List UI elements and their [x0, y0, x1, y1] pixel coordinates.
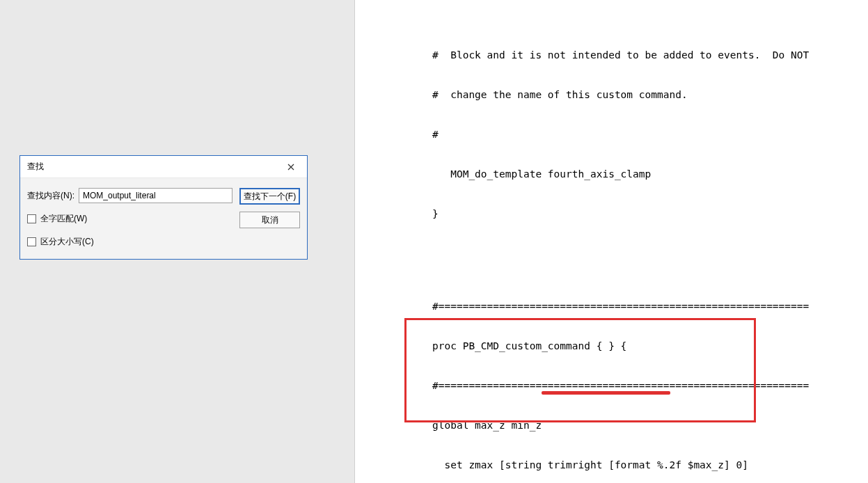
find-input[interactable]: [79, 188, 232, 203]
whole-word-checkbox-row[interactable]: 全字匹配(W): [27, 213, 232, 225]
find-dialog-body: 查找内容(N): 全字匹配(W) 区分大小写(C) 查找下一个(F) 取消: [20, 178, 307, 259]
find-dialog-title: 查找: [27, 161, 44, 173]
code-editor[interactable]: # Block and it is not intended to be add…: [356, 0, 868, 483]
find-content-label: 查找内容(N):: [27, 190, 74, 202]
match-case-checkbox-row[interactable]: 区分大小写(C): [27, 236, 232, 248]
code-line: # change the name of this custom command…: [432, 88, 861, 102]
code-line: set zmax [string trimright [format %.2f …: [432, 459, 861, 472]
close-icon: [287, 161, 294, 173]
code-line: # Block and it is not intended to be add…: [432, 49, 861, 62]
whole-word-label: 全字匹配(W): [40, 213, 87, 225]
match-case-label: 区分大小写(C): [40, 236, 94, 248]
code-content: # Block and it is not intended to be add…: [432, 22, 861, 483]
cancel-button[interactable]: 取消: [239, 212, 300, 228]
code-line: MOM_do_template fourth_axis_clamp: [432, 168, 861, 181]
code-line: proc PB_CMD_custom_command { } {: [432, 340, 861, 353]
close-button[interactable]: [275, 157, 307, 177]
find-dialog-titlebar[interactable]: 查找: [20, 156, 307, 178]
code-line: #=======================================…: [432, 300, 861, 313]
checkbox-icon: [27, 214, 36, 223]
checkbox-icon: [27, 237, 36, 246]
find-dialog: 查找 查找内容(N): 全字匹配(W): [19, 155, 308, 260]
code-line: }: [432, 207, 861, 221]
code-line: global max_z min_z: [432, 419, 861, 432]
find-next-button[interactable]: 查找下一个(F): [239, 188, 300, 205]
code-line: #=======================================…: [432, 379, 861, 393]
code-line: #: [432, 128, 861, 141]
